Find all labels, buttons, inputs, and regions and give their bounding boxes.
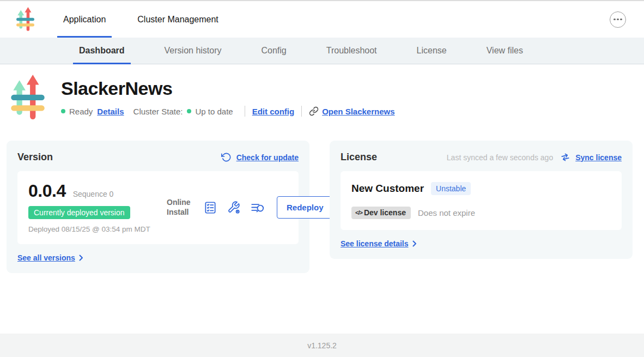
code-icon: </> [355,209,362,216]
check-for-update-group[interactable]: Check for update [221,152,299,162]
tab-license[interactable]: License [411,38,453,64]
check-for-update-link[interactable]: Check for update [236,153,299,162]
channel-badge: Unstable [431,182,471,195]
tab-view-files[interactable]: View files [481,38,529,64]
chain-link-icon [309,106,319,116]
license-expiration-text: Does not expire [418,208,475,217]
details-link[interactable]: Details [97,107,124,116]
tab-config[interactable]: Config [256,38,293,64]
page-title: SlackerNews [61,78,395,99]
app-header: SlackerNews Ready Details Cluster State:… [0,64,644,124]
edit-config-icon[interactable] [227,201,241,215]
dashboard-cards: Version Check for update 0.0.4 Sequ [0,124,644,273]
license-summary-panel: New Customer Unstable </> Dev license Do… [341,171,622,230]
preflight-checks-icon[interactable] [203,201,217,215]
chevron-right-icon [79,255,83,261]
console-footer: v1.125.2 [0,334,644,357]
deployed-status-badge: Currently deployed version [28,206,130,219]
version-number: 0.0.4 [28,181,66,201]
version-card: Version Check for update 0.0.4 Sequ [7,141,309,273]
top-nav-tabs: Application Cluster Management [57,1,244,38]
tab-dashboard[interactable]: Dashboard [73,38,131,64]
app-status-dot [61,109,65,113]
cluster-state-dot [187,109,191,113]
tab-version-history[interactable]: Version history [159,38,228,64]
slackernews-logo-icon [11,75,45,124]
app-status-text: Ready [69,107,93,116]
deployed-timestamp: Deployed 08/15/25 @ 03:54 pm MDT [28,225,151,234]
divider [301,106,302,117]
license-type-label: Dev license [364,208,406,217]
install-type-label: Online Install [167,198,194,217]
app-sub-nav: Dashboard Version history Config Trouble… [0,38,644,64]
current-version-panel: 0.0.4 Sequence 0 Currently deployed vers… [17,171,299,244]
open-app-link-group[interactable]: Open Slackernews [309,106,394,116]
see-all-versions-link[interactable]: See all versions [17,253,75,262]
divider [245,106,245,117]
sync-arrows-icon [560,152,570,162]
license-card: License Last synced a few seconds ago [330,141,633,259]
dashboard-main: SlackerNews Ready Details Cluster State:… [0,64,644,334]
tab-cluster-management[interactable]: Cluster Management [131,1,224,38]
console-version: v1.125.2 [307,341,337,350]
app-logo-icon [16,7,34,32]
cluster-state-label: Cluster State: [133,107,183,116]
tab-troubleshoot[interactable]: Troubleshoot [320,38,383,64]
redeploy-button[interactable]: Redeploy [277,196,333,219]
license-type-badge: </> Dev license [351,207,411,219]
edit-config-link[interactable]: Edit config [252,107,295,116]
sequence-label: Sequence 0 [73,190,114,198]
app-status-row: Ready Details Cluster State: Up to date … [61,106,395,117]
open-slackernews-link[interactable]: Open Slackernews [322,107,394,116]
sync-license-link[interactable]: Sync license [575,153,622,162]
view-diff-icon[interactable] [250,201,265,215]
last-synced-text: Last synced a few seconds ago [447,153,553,162]
more-options-button[interactable] [610,11,626,28]
top-nav: Application Cluster Management [0,0,644,38]
refresh-icon [221,152,232,162]
see-license-details-link[interactable]: See license details [341,239,409,248]
version-card-title: Version [17,152,53,163]
tab-application[interactable]: Application [57,1,112,38]
license-card-title: License [341,152,377,163]
ellipsis-icon [613,19,616,21]
see-license-details-group[interactable]: See license details [341,239,622,248]
cluster-state-value: Up to date [195,107,233,116]
see-all-versions-group[interactable]: See all versions [17,253,299,262]
customer-name: New Customer [351,183,424,195]
chevron-right-icon [412,240,417,247]
